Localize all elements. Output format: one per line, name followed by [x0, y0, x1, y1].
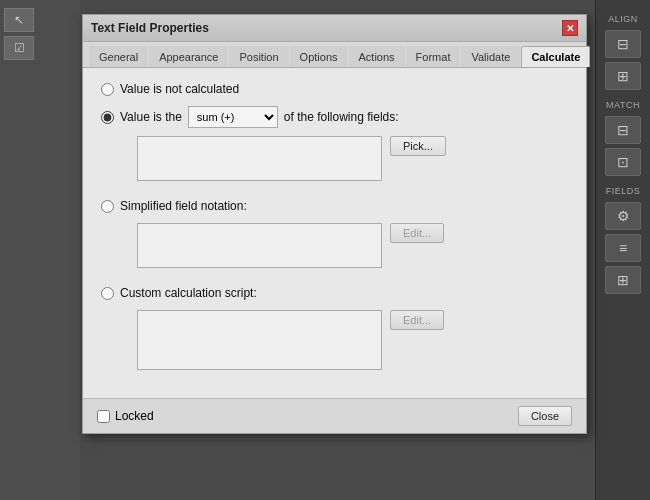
- edit1-row: Edit...: [119, 223, 568, 274]
- close-dialog-button[interactable]: ✕: [562, 20, 578, 36]
- option2-section: Value is the sum (+) product (×) average…: [101, 106, 568, 187]
- dialog-title: Text Field Properties: [91, 21, 209, 35]
- fields-icon-2[interactable]: ≡: [605, 234, 641, 262]
- right-panel: ALIGN ⊟ ⊞ MATCH ⊟ ⊡ FIELDS ⚙ ≡ ⊞: [595, 0, 650, 500]
- notation-text-area[interactable]: [137, 223, 382, 268]
- option3-radio[interactable]: [101, 200, 114, 213]
- option2-radio[interactable]: [101, 111, 114, 124]
- align-icon-1[interactable]: ⊟: [605, 30, 641, 58]
- sum-dropdown[interactable]: sum (+) product (×) average minimum maxi…: [188, 106, 278, 128]
- match-icon-2[interactable]: ⊡: [605, 148, 641, 176]
- edit2-button[interactable]: Edit...: [390, 310, 444, 330]
- option3-label: Simplified field notation:: [120, 199, 247, 213]
- tab-actions[interactable]: Actions: [349, 46, 405, 67]
- toolbar-icon-1[interactable]: ↖: [4, 8, 34, 32]
- match-icon-1[interactable]: ⊟: [605, 116, 641, 144]
- tab-options[interactable]: Options: [290, 46, 348, 67]
- option3-section: Simplified field notation: Edit...: [101, 199, 568, 274]
- align-icons: ⊟: [605, 30, 641, 58]
- tab-appearance[interactable]: Appearance: [149, 46, 228, 67]
- left-toolbar: ↖ ☑: [0, 0, 80, 500]
- fields-label: FIELDS: [606, 186, 641, 196]
- locked-row: Locked: [97, 409, 154, 423]
- option2-label: Value is the: [120, 110, 182, 124]
- option4-section: Custom calculation script: Edit...: [101, 286, 568, 376]
- pick-button[interactable]: Pick...: [390, 136, 446, 156]
- dialog-footer: Locked Close: [83, 398, 586, 433]
- script-text-area[interactable]: [137, 310, 382, 370]
- edit2-row: Edit...: [119, 310, 568, 376]
- align-label: ALIGN: [608, 14, 638, 24]
- fields-icon-1[interactable]: ⚙: [605, 202, 641, 230]
- tabs-bar: General Appearance Position Options Acti…: [83, 42, 586, 68]
- fields-text-area[interactable]: [137, 136, 382, 181]
- tab-calculate[interactable]: Calculate: [521, 46, 590, 67]
- option3-row: Simplified field notation:: [101, 199, 568, 213]
- option2-row: Value is the sum (+) product (×) average…: [101, 106, 568, 128]
- option1-radio[interactable]: [101, 83, 114, 96]
- tab-general[interactable]: General: [89, 46, 148, 67]
- dialog-body: Value is not calculated Value is the sum…: [83, 68, 586, 398]
- locked-label: Locked: [115, 409, 154, 423]
- edit1-button[interactable]: Edit...: [390, 223, 444, 243]
- tab-format[interactable]: Format: [406, 46, 461, 67]
- align-icon-2[interactable]: ⊞: [605, 62, 641, 90]
- match-label: MATCH: [606, 100, 640, 110]
- option4-label: Custom calculation script:: [120, 286, 257, 300]
- option4-radio[interactable]: [101, 287, 114, 300]
- toolbar-icon-2[interactable]: ☑: [4, 36, 34, 60]
- close-button[interactable]: Close: [518, 406, 572, 426]
- dialog-titlebar: Text Field Properties ✕: [83, 15, 586, 42]
- text-field-properties-dialog: Text Field Properties ✕ General Appearan…: [82, 14, 587, 434]
- locked-checkbox[interactable]: [97, 410, 110, 423]
- fields-icon-3[interactable]: ⊞: [605, 266, 641, 294]
- tab-validate[interactable]: Validate: [461, 46, 520, 67]
- of-following-label: of the following fields:: [284, 110, 399, 124]
- option1-label: Value is not calculated: [120, 82, 239, 96]
- option1-row: Value is not calculated: [101, 82, 568, 96]
- option4-row: Custom calculation script:: [101, 286, 568, 300]
- pick-row: Pick...: [119, 136, 568, 187]
- tab-position[interactable]: Position: [229, 46, 288, 67]
